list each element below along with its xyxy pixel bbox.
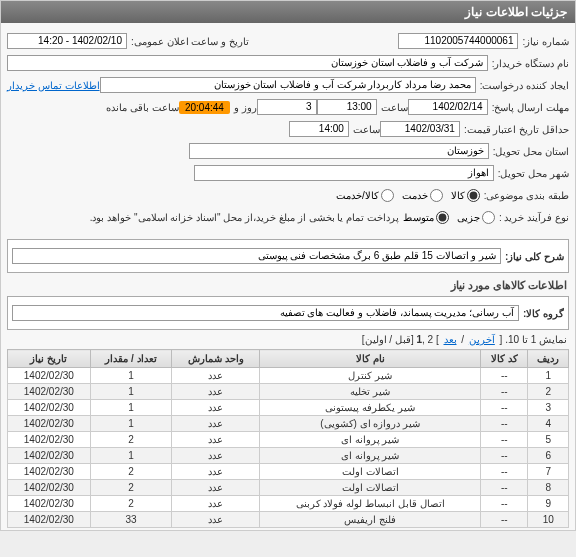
cell-qty: 2 bbox=[90, 464, 172, 480]
items-section-title: اطلاعات کالاهای مورد نیاز bbox=[9, 279, 567, 292]
table-row[interactable]: 6--شیر پروانه ایعدد11402/02/30 bbox=[8, 448, 569, 464]
cell-qty: 1 bbox=[90, 448, 172, 464]
desc-label: شرح کلی نیاز: bbox=[505, 251, 564, 262]
paging-suffix: [قبل / اولین] bbox=[362, 334, 417, 345]
table-row[interactable]: 5--شیر پروانه ایعدد21402/02/30 bbox=[8, 432, 569, 448]
province-label: استان محل تحویل: bbox=[493, 146, 569, 157]
th-unit[interactable]: واحد شمارش bbox=[172, 350, 260, 368]
cell-r: 1 bbox=[528, 368, 569, 384]
cell-date: 1402/02/30 bbox=[8, 464, 91, 480]
province-value: خوزستان bbox=[189, 143, 489, 159]
cell-r: 4 bbox=[528, 416, 569, 432]
cell-qty: 2 bbox=[90, 432, 172, 448]
table-row[interactable]: 9--اتصال قابل انبساط لوله فولاد کربنیعدد… bbox=[8, 496, 569, 512]
buyer-label: نام دستگاه خریدار: bbox=[492, 58, 569, 69]
cell-code: -- bbox=[481, 384, 528, 400]
valid-time: 14:00 bbox=[289, 121, 349, 137]
cell-qty: 1 bbox=[90, 384, 172, 400]
radio-kala-khedmat[interactable] bbox=[381, 189, 394, 202]
type-radio-group: جزیی متوسط bbox=[403, 211, 495, 224]
th-qty[interactable]: تعداد / مقدار bbox=[90, 350, 172, 368]
table-row[interactable]: 3--شیر یکطرفه پیستونیعدد11402/02/30 bbox=[8, 400, 569, 416]
deadline-date: 1402/02/14 bbox=[408, 99, 488, 115]
cell-r: 8 bbox=[528, 480, 569, 496]
panel-title: جزئیات اطلاعات نیاز bbox=[1, 1, 575, 23]
paging-next-link[interactable]: بعد bbox=[444, 334, 457, 345]
details-panel: جزئیات اطلاعات نیاز شماره نیاز: 11020057… bbox=[0, 0, 576, 531]
th-code[interactable]: کد کالا bbox=[481, 350, 528, 368]
cell-unit: عدد bbox=[172, 496, 260, 512]
city-label: شهر محل تحویل: bbox=[498, 168, 569, 179]
radio-jozei[interactable] bbox=[482, 211, 495, 224]
paging-sep: / bbox=[459, 334, 467, 345]
table-row[interactable]: 8--اتصالات اولتعدد21402/02/30 bbox=[8, 480, 569, 496]
description-section: شرح کلی نیاز: شیر و اتصالات 15 قلم طبق 6… bbox=[7, 239, 569, 273]
cell-date: 1402/02/30 bbox=[8, 496, 91, 512]
cell-qty: 2 bbox=[90, 496, 172, 512]
cell-code: -- bbox=[481, 464, 528, 480]
cell-name: شیر یکطرفه پیستونی bbox=[260, 400, 481, 416]
group-section: گروه کالا: آب رسانی؛ مدیریت پسماند، فاضل… bbox=[7, 296, 569, 330]
cell-date: 1402/02/30 bbox=[8, 448, 91, 464]
cell-date: 1402/02/30 bbox=[8, 432, 91, 448]
cell-date: 1402/02/30 bbox=[8, 512, 91, 528]
cell-code: -- bbox=[481, 416, 528, 432]
cell-name: شیر پروانه ای bbox=[260, 448, 481, 464]
paging-prefix: نمایش 1 تا 10. [ bbox=[497, 334, 567, 345]
cell-date: 1402/02/30 bbox=[8, 400, 91, 416]
radio-kala-khedmat-label: کالا/خدمت bbox=[336, 190, 379, 201]
cell-code: -- bbox=[481, 448, 528, 464]
table-row[interactable]: 10--فلنج اریفیسعدد331402/02/30 bbox=[8, 512, 569, 528]
cell-name: شیر کنترل bbox=[260, 368, 481, 384]
cell-code: -- bbox=[481, 512, 528, 528]
group-value: آب رسانی؛ مدیریت پسماند، فاضلاب و فعالیت… bbox=[12, 305, 519, 321]
cell-r: 3 bbox=[528, 400, 569, 416]
th-name[interactable]: نام کالا bbox=[260, 350, 481, 368]
valid-label: حداقل تاریخ اعتبار قیمت: bbox=[464, 124, 569, 135]
th-row[interactable]: ردیف bbox=[528, 350, 569, 368]
cell-qty: 2 bbox=[90, 480, 172, 496]
cell-unit: عدد bbox=[172, 384, 260, 400]
deadline-label: مهلت ارسال پاسخ: bbox=[492, 102, 569, 113]
need-no-label: شماره نیاز: bbox=[522, 36, 569, 47]
cell-unit: عدد bbox=[172, 480, 260, 496]
cell-date: 1402/02/30 bbox=[8, 368, 91, 384]
radio-khedmat-label: خدمت bbox=[402, 190, 428, 201]
cell-code: -- bbox=[481, 368, 528, 384]
cell-name: شیر تخلیه bbox=[260, 384, 481, 400]
saat-label-2: ساعت bbox=[353, 124, 380, 135]
contact-link[interactable]: اطلاعات تماس خریدار bbox=[7, 80, 100, 91]
cell-qty: 1 bbox=[90, 368, 172, 384]
table-row[interactable]: 7--اتصالات اولتعدد21402/02/30 bbox=[8, 464, 569, 480]
group-label: گروه کالا: bbox=[523, 308, 564, 319]
cell-date: 1402/02/30 bbox=[8, 480, 91, 496]
th-date[interactable]: تاریخ نیاز bbox=[8, 350, 91, 368]
table-row[interactable]: 2--شیر تخلیهعدد11402/02/30 bbox=[8, 384, 569, 400]
form-body: شماره نیاز: 1102005744000061 تاریخ و ساع… bbox=[1, 23, 575, 235]
cell-unit: عدد bbox=[172, 512, 260, 528]
radio-jozei-label: جزیی bbox=[457, 212, 480, 223]
radio-motevasset[interactable] bbox=[436, 211, 449, 224]
cell-name: فلنج اریفیس bbox=[260, 512, 481, 528]
paging-last-link[interactable]: آخرین bbox=[469, 334, 495, 345]
need-no-value: 1102005744000061 bbox=[398, 33, 518, 49]
cell-code: -- bbox=[481, 432, 528, 448]
cell-unit: عدد bbox=[172, 416, 260, 432]
table-row[interactable]: 1--شیر کنترلعدد11402/02/30 bbox=[8, 368, 569, 384]
cell-name: اتصالات اولت bbox=[260, 480, 481, 496]
city-value: اهواز bbox=[194, 165, 494, 181]
radio-kala[interactable] bbox=[467, 189, 480, 202]
announce-value: 1402/02/10 - 14:20 bbox=[7, 33, 127, 49]
cell-r: 7 bbox=[528, 464, 569, 480]
saat-label-1: ساعت bbox=[381, 102, 408, 113]
table-row[interactable]: 4--شیر دروازه ای (کشویی)عدد11402/02/30 bbox=[8, 416, 569, 432]
cell-r: 9 bbox=[528, 496, 569, 512]
desc-value: شیر و اتصالات 15 قلم طبق 6 برگ مشخصات فن… bbox=[12, 248, 501, 264]
category-label: طبقه بندی موضوعی: bbox=[484, 190, 569, 201]
radio-khedmat[interactable] bbox=[430, 189, 443, 202]
cell-unit: عدد bbox=[172, 432, 260, 448]
days-remaining: 3 bbox=[257, 99, 317, 115]
cell-qty: 33 bbox=[90, 512, 172, 528]
cell-name: شیر دروازه ای (کشویی) bbox=[260, 416, 481, 432]
rooz-label: روز و bbox=[234, 102, 257, 113]
